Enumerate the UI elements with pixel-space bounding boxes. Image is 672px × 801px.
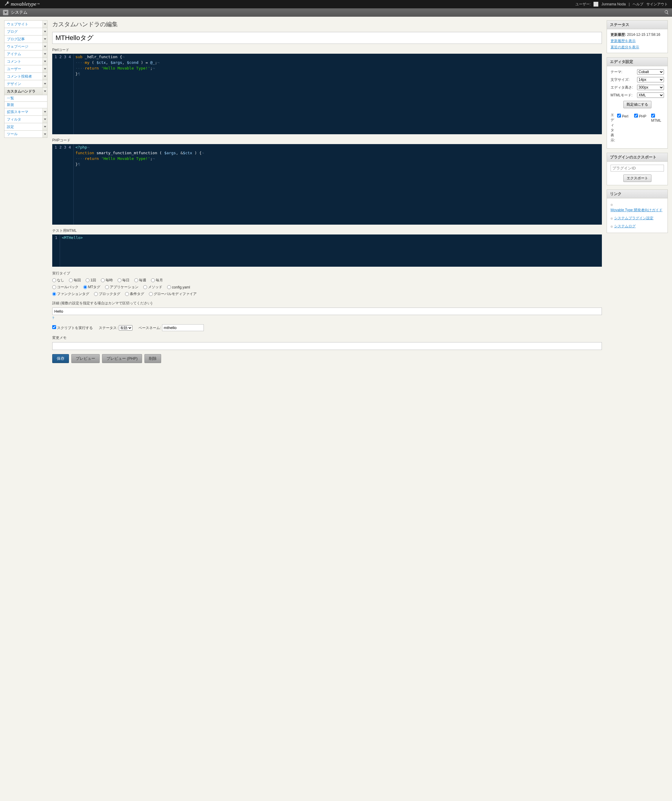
link-plugin-settings[interactable]: システムプラグイン設定 (614, 216, 654, 221)
sidebar-item-label[interactable]: ウェブサイト (7, 22, 42, 27)
chevron-down-icon[interactable] (42, 88, 47, 95)
radio-option[interactable]: グローバルモディファイア (149, 291, 197, 296)
radio-option[interactable]: アプリケーション (105, 285, 139, 290)
save-button[interactable]: 保存 (52, 354, 69, 363)
sidebar-item-label[interactable]: ブログ記事 (7, 37, 42, 42)
link-dev-guide[interactable]: Movable Type 開発者向けガイド (611, 207, 662, 213)
sidebar-item[interactable]: コメント投稿者 (4, 72, 47, 80)
chevron-down-icon[interactable] (42, 21, 47, 28)
font-select[interactable]: 14px (637, 77, 664, 82)
radio-option[interactable]: なし (52, 278, 64, 283)
handler-title-input[interactable] (52, 32, 602, 44)
chevron-down-icon[interactable] (42, 131, 47, 138)
perl-editor[interactable]: 1 2 3 4 sub _hdlr_function {¬ ····my ( $… (52, 54, 602, 134)
sidebar-item-label[interactable]: 拡張スキーマ (7, 109, 42, 114)
sidebar-item-label[interactable]: ユーザー (7, 66, 42, 72)
sidebar-item[interactable]: ブログ (4, 28, 47, 35)
sidebar-item[interactable]: フィルタ (4, 116, 47, 123)
cb-php[interactable]: PHP (634, 114, 647, 122)
sidebar-item[interactable]: アイテム (4, 50, 47, 58)
status-title: ステータス (607, 21, 667, 29)
sidebar-item-label[interactable]: ウェブページ (7, 44, 42, 49)
radio-option[interactable]: MTタグ (83, 285, 100, 290)
sidebar-item-label[interactable]: ツール (7, 132, 42, 137)
plugin-id-input[interactable] (611, 165, 664, 172)
basename-input[interactable] (162, 324, 204, 331)
sidebar-item[interactable]: 新規 (4, 101, 47, 108)
scope-selector[interactable] (3, 10, 8, 15)
radio-option[interactable]: 毎日 (118, 278, 129, 283)
radio-option[interactable]: 1回 (85, 278, 96, 283)
radio-option[interactable]: 毎月 (151, 278, 163, 283)
sidebar-item-label[interactable]: アイテム (7, 51, 42, 57)
default-button[interactable]: 既定値にする (624, 101, 651, 108)
radio-option[interactable]: ブロックタグ (94, 291, 120, 296)
sidebar-item[interactable]: ブログ記事 (4, 35, 47, 43)
chevron-down-icon[interactable] (42, 80, 47, 87)
editor-settings-title: エディタ設定 (607, 58, 667, 66)
sidebar-item-label[interactable]: 一覧 (7, 96, 45, 101)
cb-mtml[interactable]: MTML (651, 114, 664, 122)
sidebar-item-label[interactable]: フィルタ (7, 117, 42, 122)
height-select[interactable]: 300px (637, 85, 664, 90)
theme-select[interactable]: Cobalt (637, 69, 664, 75)
radio-option[interactable]: 毎時 (101, 278, 113, 283)
php-label: PHPコード (52, 138, 602, 143)
sidebar-item[interactable]: 設定 (4, 123, 47, 130)
radio-option[interactable]: ファンクションタグ (52, 291, 89, 296)
preview-php-button[interactable]: プレビュー (PHP) (102, 354, 142, 363)
sidebar-item-label[interactable]: ブログ (7, 29, 42, 34)
logo[interactable]: movabletype ™ (4, 1, 40, 8)
sidebar-item[interactable]: ユーザー (4, 65, 47, 72)
help-link[interactable]: ? (52, 316, 54, 320)
chevron-down-icon[interactable] (42, 35, 47, 43)
signout-link[interactable]: サインアウト (646, 2, 668, 7)
search-icon[interactable] (664, 10, 669, 16)
radio-option[interactable]: 条件タグ (125, 291, 144, 296)
delete-button[interactable]: 削除 (144, 354, 161, 363)
sidebar-item-label[interactable]: カスタムハンドラ (7, 89, 42, 94)
chevron-down-icon[interactable] (42, 58, 47, 65)
chevron-down-icon[interactable] (42, 50, 47, 58)
sidebar-item[interactable]: デザイン (4, 80, 47, 87)
chevron-down-icon[interactable] (42, 123, 47, 130)
chevron-down-icon[interactable] (42, 73, 47, 80)
sidebar-item[interactable]: コメント (4, 58, 47, 65)
username-link[interactable]: Junnama Noda (601, 2, 625, 6)
sidebar-item-label[interactable]: 設定 (7, 124, 42, 129)
radio-option[interactable]: config.yaml (167, 285, 190, 290)
sidebar-item[interactable]: 一覧 (4, 95, 47, 101)
detail-input[interactable] (52, 307, 602, 315)
chevron-down-icon[interactable] (42, 116, 47, 123)
chevron-down-icon[interactable] (42, 108, 47, 116)
radio-option[interactable]: 毎週 (134, 278, 146, 283)
sidebar-item[interactable]: 拡張スキーマ (4, 108, 47, 116)
sidebar-item-label[interactable]: コメント投稿者 (7, 74, 42, 79)
sidebar-item-label[interactable]: デザイン (7, 82, 42, 87)
radio-option[interactable]: コールバック (52, 285, 79, 290)
radio-option[interactable]: 毎回 (69, 278, 81, 283)
preview-button[interactable]: プレビュー (71, 354, 100, 363)
sidebar-item-label[interactable]: 新規 (7, 102, 45, 108)
help-link[interactable]: ヘルプ (633, 2, 643, 7)
run-script-checkbox[interactable]: スクリプトを実行する (52, 325, 93, 331)
status-select[interactable]: 有効 (119, 325, 132, 331)
sidebar-item[interactable]: ウェブサイト (4, 20, 47, 28)
cb-perl[interactable]: Perl (617, 114, 630, 122)
chevron-down-icon[interactable] (42, 28, 47, 35)
memo-input[interactable] (52, 342, 602, 350)
mtmlmode-select[interactable]: XML (637, 92, 664, 98)
sidebar-item[interactable]: カスタムハンドラ (4, 87, 47, 95)
show-diff-link[interactable]: 直近の差分を表示 (611, 45, 639, 50)
export-button[interactable]: エクスポート (624, 175, 651, 182)
chevron-down-icon[interactable] (42, 43, 47, 50)
sidebar-item-label[interactable]: コメント (7, 59, 42, 64)
chevron-down-icon[interactable] (42, 65, 47, 72)
mtml-editor[interactable]: 1 <MTHello> (52, 235, 602, 267)
link-system-log[interactable]: システムログ (614, 224, 636, 229)
php-editor[interactable]: 1 2 3 4 <?php¬ function smarty_function_… (52, 144, 602, 225)
sidebar-item[interactable]: ツール (4, 130, 47, 138)
radio-option[interactable]: メソッド (143, 285, 162, 290)
show-history-link[interactable]: 更新履歴を表示 (611, 39, 636, 43)
sidebar-item[interactable]: ウェブページ (4, 43, 47, 50)
